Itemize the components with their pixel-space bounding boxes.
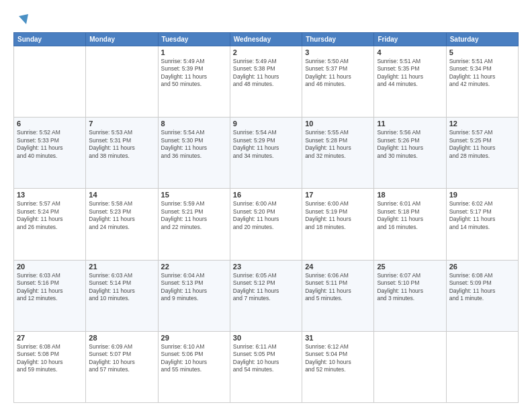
day-detail: Sunrise: 6:08 AMSunset: 5:09 PMDaylight:…: [449, 272, 515, 303]
day-detail: Sunrise: 6:03 AMSunset: 5:14 PMDaylight:…: [89, 272, 154, 303]
day-detail: Sunrise: 6:02 AMSunset: 5:17 PMDaylight:…: [449, 200, 515, 231]
calendar-row-1: 1Sunrise: 5:49 AMSunset: 5:39 PMDaylight…: [14, 46, 519, 118]
header: [13, 12, 519, 27]
calendar-cell: 3Sunrise: 5:50 AMSunset: 5:37 PMDaylight…: [302, 46, 374, 118]
logo: [13, 12, 30, 27]
calendar-cell: 21Sunrise: 6:03 AMSunset: 5:14 PMDayligh…: [86, 260, 158, 331]
day-detail: Sunrise: 6:00 AMSunset: 5:20 PMDaylight:…: [233, 200, 299, 231]
calendar-row-5: 27Sunrise: 6:08 AMSunset: 5:08 PMDayligh…: [14, 331, 519, 402]
weekday-header-row: SundayMondayTuesdayWednesdayThursdayFrid…: [14, 33, 519, 46]
day-detail: Sunrise: 6:12 AMSunset: 5:04 PMDaylight:…: [305, 343, 371, 374]
calendar-cell: 30Sunrise: 6:11 AMSunset: 5:05 PMDayligh…: [230, 331, 302, 402]
day-number: 9: [233, 120, 299, 128]
calendar-cell: 14Sunrise: 5:58 AMSunset: 5:23 PMDayligh…: [86, 189, 158, 260]
weekday-header-sunday: Sunday: [14, 33, 86, 46]
day-detail: Sunrise: 5:58 AMSunset: 5:23 PMDaylight:…: [89, 200, 154, 231]
weekday-header-thursday: Thursday: [302, 33, 374, 46]
day-number: 15: [161, 191, 227, 199]
page: SundayMondayTuesdayWednesdayThursdayFrid…: [0, 0, 532, 411]
calendar-cell: 7Sunrise: 5:53 AMSunset: 5:31 PMDaylight…: [86, 118, 158, 189]
weekday-header-wednesday: Wednesday: [230, 33, 302, 46]
day-detail: Sunrise: 5:55 AMSunset: 5:28 PMDaylight:…: [305, 129, 371, 160]
day-number: 21: [89, 263, 154, 271]
calendar-cell: 11Sunrise: 5:56 AMSunset: 5:26 PMDayligh…: [374, 118, 446, 189]
day-number: 30: [233, 334, 299, 342]
calendar-cell: [86, 46, 158, 118]
day-detail: Sunrise: 6:06 AMSunset: 5:11 PMDaylight:…: [305, 272, 371, 303]
calendar-cell: 4Sunrise: 5:51 AMSunset: 5:35 PMDaylight…: [374, 46, 446, 118]
day-detail: Sunrise: 6:03 AMSunset: 5:16 PMDaylight:…: [17, 272, 83, 303]
day-number: 6: [17, 120, 83, 128]
day-number: 27: [17, 334, 83, 342]
calendar-cell: 1Sunrise: 5:49 AMSunset: 5:39 PMDaylight…: [158, 46, 230, 118]
day-detail: Sunrise: 6:04 AMSunset: 5:13 PMDaylight:…: [161, 272, 227, 303]
day-detail: Sunrise: 6:00 AMSunset: 5:19 PMDaylight:…: [305, 200, 371, 231]
calendar-cell: 24Sunrise: 6:06 AMSunset: 5:11 PMDayligh…: [302, 260, 374, 331]
day-number: 20: [17, 263, 83, 271]
calendar-table: SundayMondayTuesdayWednesdayThursdayFrid…: [13, 32, 519, 403]
day-detail: Sunrise: 6:11 AMSunset: 5:05 PMDaylight:…: [233, 343, 299, 374]
day-number: 28: [89, 334, 154, 342]
day-number: 14: [89, 191, 154, 199]
calendar-row-4: 20Sunrise: 6:03 AMSunset: 5:16 PMDayligh…: [14, 260, 519, 331]
day-detail: Sunrise: 5:51 AMSunset: 5:35 PMDaylight:…: [377, 58, 443, 89]
calendar-cell: 16Sunrise: 6:00 AMSunset: 5:20 PMDayligh…: [230, 189, 302, 260]
calendar-cell: 31Sunrise: 6:12 AMSunset: 5:04 PMDayligh…: [302, 331, 374, 402]
day-number: 26: [449, 263, 515, 271]
day-detail: Sunrise: 5:50 AMSunset: 5:37 PMDaylight:…: [305, 58, 371, 89]
day-detail: Sunrise: 5:59 AMSunset: 5:21 PMDaylight:…: [161, 200, 227, 231]
calendar-cell: 23Sunrise: 6:05 AMSunset: 5:12 PMDayligh…: [230, 260, 302, 331]
calendar-cell: 22Sunrise: 6:04 AMSunset: 5:13 PMDayligh…: [158, 260, 230, 331]
day-number: 31: [305, 334, 371, 342]
calendar-cell: 2Sunrise: 5:49 AMSunset: 5:38 PMDaylight…: [230, 46, 302, 118]
calendar-cell: 5Sunrise: 5:51 AMSunset: 5:34 PMDaylight…: [446, 46, 518, 118]
day-number: 22: [161, 263, 227, 271]
day-number: 24: [305, 263, 371, 271]
day-number: 7: [89, 120, 154, 128]
svg-marker-0: [19, 14, 28, 24]
calendar-cell: 26Sunrise: 6:08 AMSunset: 5:09 PMDayligh…: [446, 260, 518, 331]
day-number: 8: [161, 120, 227, 128]
day-detail: Sunrise: 6:05 AMSunset: 5:12 PMDaylight:…: [233, 272, 299, 303]
day-detail: Sunrise: 6:09 AMSunset: 5:07 PMDaylight:…: [89, 343, 154, 374]
calendar-cell: 6Sunrise: 5:52 AMSunset: 5:33 PMDaylight…: [14, 118, 86, 189]
day-number: 18: [377, 191, 443, 199]
day-detail: Sunrise: 5:56 AMSunset: 5:26 PMDaylight:…: [377, 129, 443, 160]
calendar-row-2: 6Sunrise: 5:52 AMSunset: 5:33 PMDaylight…: [14, 118, 519, 189]
weekday-header-tuesday: Tuesday: [158, 33, 230, 46]
day-detail: Sunrise: 6:10 AMSunset: 5:06 PMDaylight:…: [161, 343, 227, 374]
day-detail: Sunrise: 5:57 AMSunset: 5:25 PMDaylight:…: [449, 129, 515, 160]
weekday-header-monday: Monday: [86, 33, 158, 46]
calendar-cell: [446, 331, 518, 402]
day-number: 17: [305, 191, 371, 199]
day-detail: Sunrise: 5:49 AMSunset: 5:38 PMDaylight:…: [233, 58, 299, 89]
day-detail: Sunrise: 5:53 AMSunset: 5:31 PMDaylight:…: [89, 129, 154, 160]
calendar-cell: 9Sunrise: 5:54 AMSunset: 5:29 PMDaylight…: [230, 118, 302, 189]
calendar-cell: 17Sunrise: 6:00 AMSunset: 5:19 PMDayligh…: [302, 189, 374, 260]
day-number: 29: [161, 334, 227, 342]
day-detail: Sunrise: 6:08 AMSunset: 5:08 PMDaylight:…: [17, 343, 83, 374]
calendar-cell: 28Sunrise: 6:09 AMSunset: 5:07 PMDayligh…: [86, 331, 158, 402]
day-detail: Sunrise: 5:51 AMSunset: 5:34 PMDaylight:…: [449, 58, 515, 89]
day-number: 3: [305, 48, 371, 56]
calendar-cell: 25Sunrise: 6:07 AMSunset: 5:10 PMDayligh…: [374, 260, 446, 331]
calendar-cell: 15Sunrise: 5:59 AMSunset: 5:21 PMDayligh…: [158, 189, 230, 260]
day-detail: Sunrise: 5:52 AMSunset: 5:33 PMDaylight:…: [17, 129, 83, 160]
calendar-cell: 20Sunrise: 6:03 AMSunset: 5:16 PMDayligh…: [14, 260, 86, 331]
calendar-cell: 8Sunrise: 5:54 AMSunset: 5:30 PMDaylight…: [158, 118, 230, 189]
calendar-cell: 19Sunrise: 6:02 AMSunset: 5:17 PMDayligh…: [446, 189, 518, 260]
calendar-cell: 29Sunrise: 6:10 AMSunset: 5:06 PMDayligh…: [158, 331, 230, 402]
calendar-cell: [14, 46, 86, 118]
day-number: 19: [449, 191, 515, 199]
weekday-header-friday: Friday: [374, 33, 446, 46]
day-number: 25: [377, 263, 443, 271]
day-number: 16: [233, 191, 299, 199]
calendar-row-3: 13Sunrise: 5:57 AMSunset: 5:24 PMDayligh…: [14, 189, 519, 260]
weekday-header-saturday: Saturday: [446, 33, 518, 46]
calendar-cell: 12Sunrise: 5:57 AMSunset: 5:25 PMDayligh…: [446, 118, 518, 189]
day-detail: Sunrise: 5:49 AMSunset: 5:39 PMDaylight:…: [161, 58, 227, 89]
day-detail: Sunrise: 6:01 AMSunset: 5:18 PMDaylight:…: [377, 200, 443, 231]
day-number: 5: [449, 48, 515, 56]
logo-icon: [15, 12, 30, 27]
day-detail: Sunrise: 5:57 AMSunset: 5:24 PMDaylight:…: [17, 200, 83, 231]
